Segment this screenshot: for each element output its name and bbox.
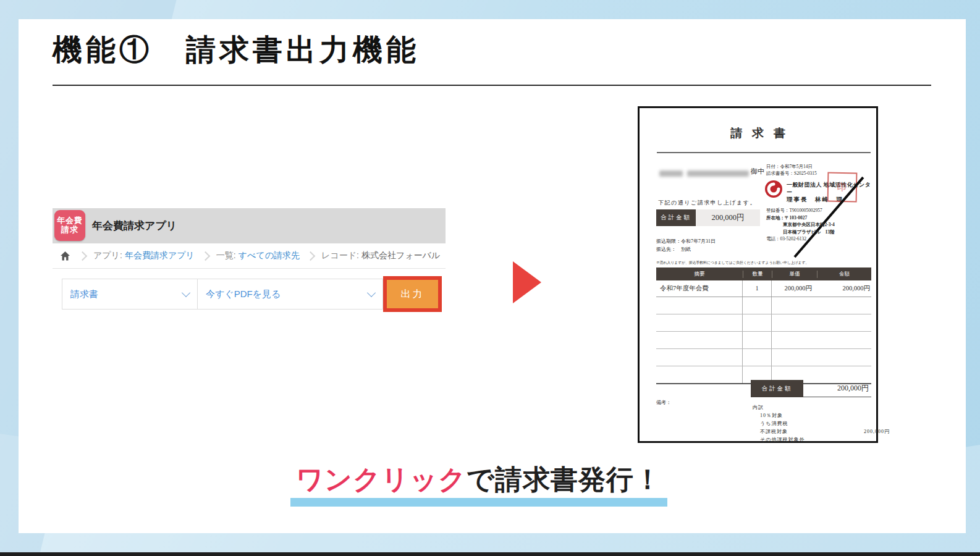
invoice-greeting: 下記の通りご請求申し上げます。 [658,199,756,207]
cell-description: 令和7年度年会費 [656,280,743,297]
recipient-blurred [659,171,749,177]
invoice-preview: 請求書 御中 日付：令和7年5月14日 請求書番号：S2025-0315 一般財… [638,106,878,443]
issuer-phone: 電話：03-5202-6132 [766,235,835,243]
header-quantity: 数量 [743,271,772,278]
table-row-empty [656,349,871,366]
cell-quantity: 1 [743,280,772,297]
header-amount: 金額 [817,271,871,278]
app-icon-text-line1: 年会費 [57,216,83,225]
invoice-title: 請求書 [640,125,876,141]
breadcrumb-record-name: 株式会社フォーバル [361,250,440,261]
total-amount-label: 合計金額 [656,209,696,226]
breadcrumb-item-record: レコード: 株式会社フォーバル [321,250,440,261]
breakdown-title: 内訳 [753,403,890,411]
chevron-down-icon [182,289,190,297]
breadcrumb-item-view[interactable]: 一覧: すべての請求先 [216,250,300,261]
issuer-building: 日本橋プラザビル 13階 [766,229,835,236]
breadcrumb: アプリ: 年会費請求アプリ 一覧: すべての請求先 レコード: 株式会社フォーバ… [53,243,446,269]
app-icon: 年会費 請求 [54,210,85,241]
table-total-row: 合計金額 200,000円 [656,380,871,397]
slide-card: 機能① 請求書出力機能 年会費 請求 年会費請求アプリ アプリ: 年会費請求アプ… [19,19,966,533]
cell-empty [656,349,743,366]
recipient-honorific: 御中 [751,167,764,176]
cell-empty [772,349,817,366]
output-button[interactable]: 出力 [387,280,438,308]
cell-empty [772,297,817,314]
total-row-value: 200,000円 [803,380,871,397]
seal-glyph: 印 [829,174,856,201]
header-description: 摘要 [656,271,743,278]
cell-empty [817,314,871,331]
headline-text: ワンクリックで請求書発行！ [290,461,667,498]
action-select-value: 今すぐPDFを見る [206,289,281,300]
breadcrumb-chevron-icon [78,251,88,261]
invoice-meta: 日付：令和7年5月14日 請求書番号：S2025-0315 [766,163,817,177]
table-row: 令和7年度年会費 1 200,000円 200,000円 [656,280,871,297]
tax-breakdown: 内訳 10％対象 うち消費税 不課税対象 200,000円 その他課税対象外 [753,403,890,444]
breakdown-label: うち消費税 [760,419,788,428]
headline-highlight: ワンクリック [296,464,467,494]
cell-amount: 200,000円 [817,280,871,297]
cell-empty [772,332,817,348]
total-row-spacer [656,380,751,397]
cell-empty [817,349,871,366]
table-row-empty [656,297,871,314]
breakdown-item: その他課税対象外 [753,436,890,444]
home-icon[interactable] [60,251,70,261]
page-title: 機能① 請求書出力機能 [53,30,420,70]
cell-empty [743,297,772,314]
breadcrumb-prefix: 一覧: [216,250,236,261]
issuer-address: 東京都中央区日本橋2-3-4 [766,221,835,229]
issuer-details: 登録番号：T9010005002957 所在地：〒103-0027 東京都中央区… [766,207,835,243]
fee-note: ※恐れ入りますが、振込手数料につきましてはご負担くださいますようお願い申し上げま… [656,260,809,266]
app-header: 年会費 請求 年会費請求アプリ [53,208,446,243]
record-controls: 請求書 今すぐPDFを見る 出力 [62,276,442,312]
output-button-highlight: 出力 [383,276,442,312]
breakdown-label: 10％対象 [760,411,783,419]
breadcrumb-prefix: アプリ: [93,250,122,261]
bottom-bar [0,552,980,556]
cell-empty [743,314,772,331]
payment-terms: 振込期限：令和7年7月31日 振込先： 別紙 [656,238,716,253]
invoice-title-divider [657,152,871,153]
breadcrumb-chevron-icon [306,251,316,261]
cell-empty [656,314,743,331]
breadcrumb-prefix: レコード: [321,250,359,261]
breakdown-item: 10％対象 [753,411,890,419]
breadcrumb-link[interactable]: すべての請求先 [239,250,300,261]
app-title: 年会費請求アプリ [92,208,177,243]
action-select[interactable]: 今すぐPDFを見る [197,279,383,310]
issuer-postal: 所在地：〒103-0027 [766,214,835,222]
total-amount-value: 200,000円 [696,209,760,226]
arrow-right-icon [513,261,541,303]
breakdown-item: 不課税対象 200,000円 [753,428,890,436]
title-divider [53,85,931,86]
table-row-empty [656,314,871,332]
breakdown-label: その他課税対象外 [760,436,805,444]
invoice-date: 日付：令和7年5月14日 [766,163,817,170]
cell-empty [817,332,871,348]
headline-rest: で請求書発行！ [467,464,662,494]
blurred-text-block [659,171,683,177]
template-select-value: 請求書 [70,289,98,300]
header-unit-price: 単価 [772,271,817,278]
app-icon-text-line2: 請求 [61,225,78,235]
cell-empty [656,332,743,348]
cell-empty [656,297,743,314]
table-row-empty [656,332,871,349]
cell-empty [743,349,772,366]
cell-empty [817,297,871,314]
payment-deadline: 振込期限：令和7年7月31日 [656,238,716,246]
breadcrumb-chevron-icon [201,251,211,261]
chevron-down-icon [367,289,376,297]
headline-underline [290,498,667,507]
cell-empty [743,332,772,348]
headline: ワンクリックで請求書発行！ [290,461,667,498]
company-logo-icon [764,180,783,198]
total-row-label: 合計金額 [751,380,803,397]
breadcrumb-item-app[interactable]: アプリ: 年会費請求アプリ [93,250,195,261]
template-select[interactable]: 請求書 [62,279,198,310]
table-header-row: 摘要 数量 単価 金額 [656,267,871,280]
breadcrumb-link[interactable]: 年会費請求アプリ [125,250,195,261]
blurred-text-block [687,171,749,177]
